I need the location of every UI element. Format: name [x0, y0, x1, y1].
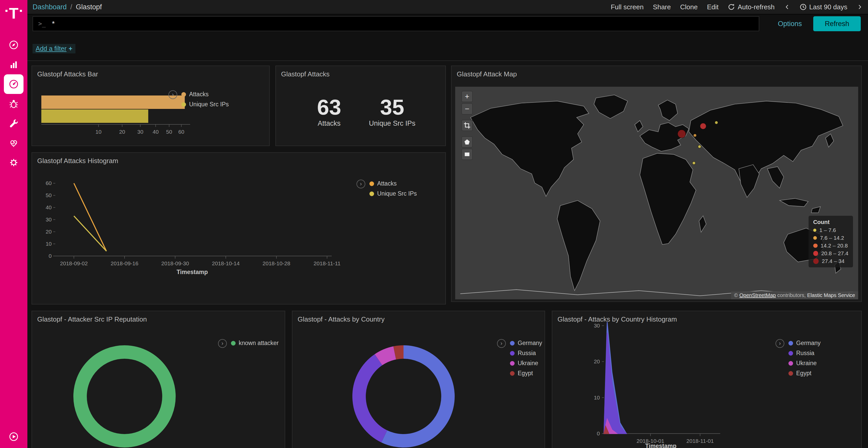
map-legend-item: 14.2 – 20.8 — [813, 243, 848, 249]
telekom-logo[interactable]: T — [0, 5, 27, 28]
sidebar-item-monitoring[interactable] — [4, 133, 24, 153]
legend-toggle[interactable]: › — [776, 339, 784, 348]
legend-item[interactable]: Germany — [510, 340, 542, 347]
share-button[interactable]: Share — [653, 3, 671, 11]
legend-item[interactable]: Russia — [510, 350, 542, 357]
legend-item[interactable]: Egypt — [788, 370, 821, 377]
legend-toggle[interactable]: › — [356, 180, 365, 188]
metric-label: Attacks — [304, 119, 354, 128]
legend-dot — [231, 341, 236, 346]
logo-dot — [20, 10, 22, 12]
reputation-donut-chart[interactable] — [70, 342, 179, 448]
attacks-histogram-chart[interactable]: 01020304050602018-09-022018-09-162018-09… — [32, 173, 363, 279]
legend-dot — [369, 181, 374, 186]
time-forward-button[interactable] — [857, 3, 863, 11]
legend-label: Ukraine — [518, 360, 538, 367]
time-range-label: Last 90 days — [809, 3, 847, 11]
legend-item[interactable]: Attacks — [181, 91, 228, 98]
legend-items: known attacker — [231, 339, 279, 347]
zoom-in-button[interactable]: + — [461, 91, 473, 102]
world-map-canvas — [455, 87, 858, 299]
openstreetmap-link[interactable]: OpenStreetMap — [739, 292, 776, 298]
heartbeat-icon — [8, 138, 19, 148]
svg-text:60: 60 — [178, 129, 184, 135]
elastic-maps-service-label: Elastic Maps Service — [807, 292, 855, 298]
auto-refresh-button[interactable]: Auto-refresh — [728, 3, 774, 11]
legend-toggle[interactable]: › — [218, 339, 227, 348]
panel-country-histogram: Glastopf - Attacks by Country Histogram … — [552, 311, 862, 448]
edit-button[interactable]: Edit — [707, 3, 719, 11]
legend-toggle[interactable]: › — [168, 90, 177, 99]
legend-item[interactable]: Russia — [788, 350, 821, 357]
legend-dot — [788, 361, 793, 366]
fullscreen-button[interactable]: Full screen — [611, 3, 644, 11]
map-count-legend: Count 1 – 7.67.6 – 14.214.2 – 20.820.8 –… — [809, 216, 853, 267]
legend-label: known attacker — [239, 340, 279, 347]
options-link[interactable]: Options — [778, 20, 802, 28]
draw-rectangle-button[interactable] — [461, 149, 473, 160]
sidebar-item-timelion[interactable] — [4, 94, 24, 113]
legend-item[interactable]: Germany — [788, 340, 821, 347]
legend-item[interactable]: Attacks — [369, 180, 417, 187]
panel-title: Glastopf - Attacker Src IP Reputation — [32, 311, 285, 328]
sidebar-item-visualize[interactable] — [4, 55, 24, 74]
panel-title: Glastopf - Attacks by Country — [292, 311, 545, 328]
legend-item[interactable]: Ukraine — [788, 360, 821, 367]
dashboard-gauge-icon — [8, 79, 19, 89]
panel-src-ip-reputation: Glastopf - Attacker Src IP Reputation › … — [32, 311, 285, 448]
svg-text:40: 40 — [153, 129, 159, 135]
svg-text:10: 10 — [46, 241, 52, 247]
legend-item[interactable]: Unique Src IPs — [181, 101, 228, 108]
legend-label: Unique Src IPs — [377, 190, 417, 197]
svg-text:30: 30 — [137, 129, 143, 135]
panel-attacks-bar: Glastopf Attacks Bar 102030405060 › Atta… — [32, 66, 270, 146]
sidebar-item-devtools[interactable] — [4, 113, 24, 133]
refresh-button[interactable]: Refresh — [813, 16, 861, 31]
time-range-button[interactable]: Last 90 days — [800, 3, 847, 11]
draw-polygon-button[interactable] — [461, 136, 473, 148]
panel-title: Glastopf Attacks Histogram — [32, 153, 445, 169]
fit-data-bounds-button[interactable] — [461, 120, 473, 131]
legend-item[interactable]: Ukraine — [510, 360, 542, 367]
logo-dot — [5, 10, 7, 12]
breadcrumb-separator: / — [70, 3, 72, 11]
crop-icon — [463, 122, 471, 129]
legend-dot — [510, 351, 515, 356]
add-filter-label: Add a filter — [36, 45, 67, 52]
country-donut-chart[interactable] — [349, 342, 458, 448]
svg-text:50: 50 — [46, 192, 52, 198]
map-legend-rows: 1 – 7.67.6 – 14.214.2 – 20.820.8 – 27.42… — [813, 227, 848, 264]
sidebar-item-discover[interactable] — [4, 35, 24, 55]
clone-button[interactable]: Clone — [680, 3, 698, 11]
world-map[interactable]: + − — [455, 87, 858, 299]
legend-item[interactable]: Unique Src IPs — [369, 190, 417, 197]
sidebar-nav — [0, 35, 27, 172]
panel-title: Glastopf Attack Map — [452, 66, 861, 82]
map-legend-title: Count — [813, 219, 848, 226]
svg-text:2018-09-30: 2018-09-30 — [161, 261, 189, 266]
legend-items: AttacksUnique Src IPs — [369, 180, 417, 197]
play-icon[interactable] — [8, 432, 19, 442]
time-back-button[interactable] — [784, 3, 790, 11]
legend-toggle[interactable]: › — [497, 339, 506, 348]
sidebar-item-management[interactable] — [4, 153, 24, 172]
zoom-out-button[interactable]: − — [461, 103, 473, 114]
breadcrumb-dashboard-link[interactable]: Dashboard — [33, 3, 67, 11]
svg-text:30: 30 — [46, 216, 52, 222]
bar-chart-icon — [8, 59, 19, 70]
legend-dot — [369, 192, 374, 196]
svg-text:10: 10 — [96, 129, 101, 135]
sidebar-item-dashboard[interactable] — [4, 74, 24, 94]
search-query-input[interactable]: >_ * — [33, 16, 759, 31]
add-filter-link[interactable]: Add a filter+ — [33, 44, 75, 54]
legend-item[interactable]: known attacker — [231, 340, 279, 347]
legend-label: Ukraine — [796, 360, 816, 367]
legend-dot — [510, 371, 515, 376]
auto-refresh-label: Auto-refresh — [738, 3, 774, 11]
legend-item[interactable]: Egypt — [510, 370, 542, 377]
wrench-icon — [8, 118, 19, 129]
chart-legend: › AttacksUnique Src IPs — [168, 90, 228, 108]
filter-bar: Add a filter+ — [27, 33, 868, 61]
legend-dot — [510, 341, 515, 346]
svg-text:Timestamp: Timestamp — [645, 443, 676, 448]
